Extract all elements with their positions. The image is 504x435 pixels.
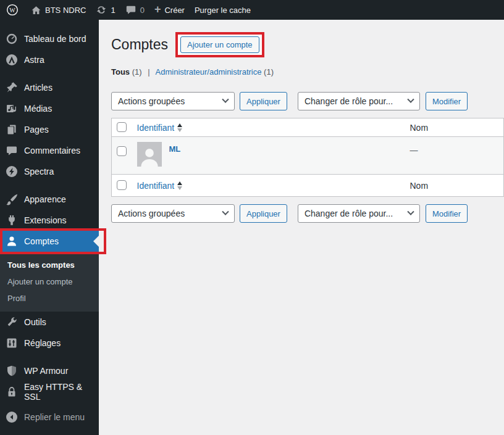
pushpin-icon — [6, 81, 18, 94]
sidebar-item-pages[interactable]: Pages — [0, 119, 99, 140]
settings-icon — [6, 337, 18, 349]
sidebar-item-label: Replier le menu — [24, 412, 85, 422]
admin-sidebar: Tableau de bord Astra Articles Médias Pa… — [0, 20, 99, 435]
chevron-down-icon — [407, 209, 414, 215]
sidebar-item-label: Médias — [24, 104, 52, 114]
table-footer-row: Identifiant Nom — [112, 175, 504, 197]
home-icon — [31, 5, 41, 15]
sort-arrows-icon — [177, 123, 182, 132]
username-column-sort-bottom[interactable]: Identifiant — [137, 181, 183, 191]
name-column-label: Nom — [410, 181, 429, 191]
comments-count: 0 — [140, 6, 145, 15]
username-column-label: Identifiant — [137, 181, 175, 191]
sidebar-item-reglages[interactable]: Réglages — [0, 333, 99, 354]
comment-bubble-icon — [125, 4, 136, 15]
comments-menu[interactable]: 0 — [125, 4, 145, 15]
sidebar-item-label: Tableau de bord — [24, 34, 86, 44]
purge-cache-menu[interactable]: Purger le cache — [195, 6, 251, 15]
new-content-menu[interactable]: + Créer — [154, 5, 185, 15]
submenu-item-ajouter-un-compte[interactable]: Ajouter un compte — [0, 273, 99, 290]
admin-bar: W BTS NDRC 1 0 + Créer Purger le cache — [0, 0, 504, 20]
sidebar-item-label: Easy HTTPS & SSL — [24, 382, 99, 402]
sidebar-item-articles[interactable]: Articles — [0, 77, 99, 98]
sidebar-item-medias[interactable]: Médias — [0, 98, 99, 119]
change-role-select[interactable]: Changer de rôle pour... — [298, 92, 420, 110]
wordpress-logo[interactable]: W — [6, 4, 19, 16]
users-table: Identifiant Nom ML — — [111, 118, 504, 197]
sidebar-item-commentaires[interactable]: Commentaires — [0, 140, 99, 161]
change-role-select-value: Changer de rôle pour... — [304, 209, 393, 218]
sidebar-item-tableau-de-bord[interactable]: Tableau de bord — [0, 28, 99, 49]
bulk-actions-bottom: Actions groupées Appliquer Changer de rô… — [111, 204, 504, 223]
sidebar-item-astra[interactable]: Astra — [0, 49, 99, 70]
row-checkbox[interactable] — [117, 146, 127, 156]
sidebar-item-outils[interactable]: Outils — [0, 312, 99, 333]
users-icon — [6, 235, 18, 247]
apply-button-bottom[interactable]: Appliquer — [240, 204, 287, 223]
add-user-button[interactable]: Ajouter un compte — [180, 36, 259, 53]
sidebar-item-spectra[interactable]: Spectra — [0, 161, 99, 182]
change-role-button-bottom[interactable]: Modifier — [426, 204, 468, 223]
username-link[interactable]: ML — [169, 144, 181, 154]
sidebar-item-label: Commentaires — [24, 146, 80, 155]
view-all-link[interactable]: Tous — [111, 67, 130, 77]
updates-count: 1 — [111, 6, 115, 15]
purge-cache-label: Purger le cache — [195, 6, 251, 15]
sidebar-item-replier-le-menu[interactable]: Replier le menu — [0, 407, 99, 428]
sidebar-item-label: Outils — [24, 317, 46, 327]
change-role-button[interactable]: Modifier — [426, 92, 468, 110]
chevron-down-icon — [222, 96, 229, 103]
comments-icon — [6, 144, 18, 157]
sort-arrows-icon — [177, 181, 182, 190]
views-separator: | — [148, 67, 149, 77]
sidebar-item-label: WP Armour — [24, 366, 68, 376]
page-title: Comptes — [111, 36, 168, 53]
updates-menu[interactable]: 1 — [96, 4, 115, 15]
view-all-count: (1) — [132, 67, 142, 77]
submenu-item-tous-les-comptes[interactable]: Tous les comptes — [0, 257, 99, 273]
dashboard-icon — [6, 33, 18, 45]
main-content: Comptes Ajouter un compte Tous (1) | Adm… — [99, 20, 504, 435]
shield-icon — [6, 365, 18, 377]
username-column-sort[interactable]: Identifiant — [137, 123, 183, 133]
brush-icon — [6, 193, 18, 205]
sidebar-item-extensions[interactable]: Extensions — [0, 210, 99, 231]
pages-icon — [6, 123, 18, 136]
submenu-item-profil[interactable]: Profil — [0, 290, 99, 307]
media-icon — [6, 102, 18, 115]
sidebar-item-label: Extensions — [24, 215, 66, 225]
user-avatar — [137, 142, 162, 167]
user-name-value: — — [410, 146, 418, 155]
select-all-checkbox[interactable] — [117, 122, 127, 132]
site-name: BTS NDRC — [45, 6, 86, 15]
sidebar-item-wp-armour[interactable]: WP Armour — [0, 360, 99, 381]
sidebar-item-label: Articles — [24, 83, 52, 93]
collapse-icon — [6, 411, 18, 423]
page-header: Comptes Ajouter un compte — [111, 32, 504, 57]
create-label: Créer — [164, 6, 185, 15]
sidebar-item-apparence[interactable]: Apparence — [0, 189, 99, 210]
updates-icon — [96, 4, 107, 15]
select-all-checkbox-bottom[interactable] — [117, 180, 127, 190]
table-row: ML — — [112, 137, 504, 175]
active-menu-arrow-icon — [93, 236, 99, 247]
wordpress-logo-icon: W — [6, 4, 19, 16]
site-name-menu[interactable]: BTS NDRC — [31, 5, 86, 15]
sidebar-item-comptes[interactable]: Comptes — [0, 231, 99, 252]
sidebar-item-label: Comptes — [24, 236, 59, 246]
view-administrator-count: (1) — [264, 67, 274, 77]
name-column-label: Nom — [410, 123, 429, 133]
bulk-actions-select-bottom[interactable]: Actions groupées — [111, 204, 235, 223]
sidebar-item-label: Pages — [24, 125, 49, 135]
bulk-actions-select[interactable]: Actions groupées — [111, 92, 235, 110]
apply-button[interactable]: Appliquer — [240, 92, 287, 110]
username-column-label: Identifiant — [137, 123, 175, 133]
bulk-actions-select-value: Actions groupées — [118, 96, 185, 106]
comptes-submenu: Tous les comptes Ajouter un compte Profi… — [0, 252, 99, 312]
chevron-down-icon — [407, 96, 414, 103]
change-role-select-bottom[interactable]: Changer de rôle pour... — [298, 204, 420, 223]
chevron-down-icon — [222, 209, 229, 215]
sidebar-item-easy-https-ssl[interactable]: Easy HTTPS & SSL — [0, 381, 99, 402]
view-administrator-link[interactable]: Administrateur/administratrice — [156, 67, 262, 77]
spectra-logo-icon — [6, 165, 18, 178]
